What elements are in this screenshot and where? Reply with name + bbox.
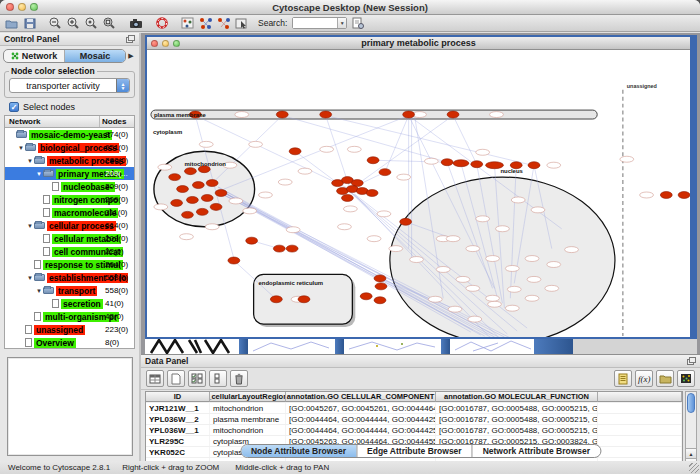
network-node-selected-color[interactable] bbox=[201, 194, 213, 201]
network-node[interactable] bbox=[205, 224, 219, 230]
scroll-up-icon[interactable]: ▲ bbox=[686, 448, 696, 458]
network-node[interactable] bbox=[545, 285, 559, 291]
network-node[interactable] bbox=[410, 257, 424, 263]
network-node-selected-color[interactable] bbox=[215, 190, 227, 197]
network-node[interactable] bbox=[446, 236, 460, 242]
tree-row[interactable]: cell communicat22(0) bbox=[5, 245, 134, 258]
tree-row[interactable]: nucleobase-209(0) bbox=[5, 180, 134, 193]
zoom-out-icon[interactable] bbox=[48, 16, 63, 30]
disclosure-icon[interactable]: ▼ bbox=[26, 158, 34, 164]
network-node-selected-color[interactable] bbox=[320, 111, 332, 118]
network-node[interactable] bbox=[235, 112, 249, 118]
tab-mosaic[interactable]: Mosaic bbox=[65, 50, 125, 62]
disclosure-icon[interactable]: ▼ bbox=[35, 171, 43, 177]
new-attribute-icon[interactable] bbox=[167, 370, 185, 387]
network-node[interactable] bbox=[347, 146, 361, 152]
save-session-button[interactable] bbox=[22, 16, 37, 30]
attribute-matrix-icon[interactable] bbox=[677, 370, 695, 387]
tree-row[interactable]: ▼establishment of lo558(0) bbox=[5, 271, 134, 284]
tree-row[interactable]: macromolecule311(0) bbox=[5, 206, 134, 219]
network-node-selected-color[interactable] bbox=[186, 196, 198, 203]
tree-row[interactable]: nitrogen compo209(0) bbox=[5, 193, 134, 206]
network-node-selected-color[interactable] bbox=[360, 293, 372, 300]
table-row[interactable]: YPL036W__1mitochondrion[GO:0044464, GO:0… bbox=[146, 425, 682, 436]
tab-network[interactable]: Network bbox=[4, 50, 65, 62]
network-node-selected-color[interactable] bbox=[379, 169, 391, 176]
float-panel-icon[interactable] bbox=[687, 357, 696, 365]
network-node-selected-color[interactable] bbox=[289, 148, 301, 155]
resize-grip[interactable] bbox=[689, 463, 699, 473]
tree-row[interactable]: ▼transport558(0) bbox=[5, 284, 134, 297]
network-node[interactable] bbox=[525, 295, 539, 301]
tree-row[interactable]: ▼biological_process651(0) bbox=[5, 141, 134, 154]
tab-node-attribute-browser[interactable]: Node Attribute Browser bbox=[241, 445, 357, 457]
network-node-selected-color[interactable] bbox=[447, 111, 459, 118]
tree-row[interactable]: ▼metabolic process280(0) bbox=[5, 154, 134, 167]
network-node-selected-color[interactable] bbox=[660, 192, 672, 199]
network-node[interactable] bbox=[490, 112, 504, 118]
zoom-fit-icon[interactable] bbox=[102, 16, 117, 30]
minimize-button[interactable] bbox=[18, 3, 26, 11]
table-row[interactable]: YJR121W__1mitochondrion[GO:0045267, GO:0… bbox=[146, 403, 682, 414]
network-node-selected-color[interactable] bbox=[366, 190, 378, 197]
network-node[interactable] bbox=[249, 141, 263, 147]
tree-row[interactable]: ▼primary metabo209(... bbox=[5, 167, 134, 180]
tree-row[interactable]: mosaic-demo-yeast874(0) bbox=[5, 128, 134, 141]
network-node[interactable] bbox=[547, 162, 561, 168]
tab-network-attribute-browser[interactable]: Network Attribute Browser bbox=[473, 445, 600, 457]
network-node[interactable] bbox=[154, 204, 168, 210]
network-node-selected-color[interactable] bbox=[298, 296, 310, 303]
network-node-selected-color[interactable] bbox=[400, 218, 412, 225]
tree-row[interactable]: multi-organism pr42(0) bbox=[5, 310, 134, 323]
network-node-selected-color[interactable] bbox=[374, 297, 386, 304]
network-node[interactable] bbox=[199, 141, 213, 147]
tree-row[interactable]: cellular metabol209(0) bbox=[5, 232, 134, 245]
network-node[interactable] bbox=[448, 306, 462, 312]
network-node[interactable] bbox=[511, 197, 525, 203]
tab-edge-attribute-browser[interactable]: Edge Attribute Browser bbox=[357, 445, 473, 457]
network-node[interactable] bbox=[531, 207, 545, 213]
tab-overflow-icon[interactable]: ▶ bbox=[126, 52, 136, 60]
disclosure-icon[interactable]: ▼ bbox=[26, 223, 34, 229]
network-node-selected-color[interactable] bbox=[192, 182, 204, 189]
tree-row[interactable]: Overview8(0) bbox=[5, 336, 134, 349]
network-node[interactable] bbox=[505, 265, 519, 271]
network-node[interactable] bbox=[278, 179, 292, 185]
network-node[interactable] bbox=[620, 156, 634, 162]
tree-row[interactable]: unassigned223(0) bbox=[5, 323, 134, 336]
network-node[interactable] bbox=[547, 262, 561, 268]
network-node[interactable] bbox=[476, 149, 490, 155]
netwin-minimize-button[interactable] bbox=[162, 40, 169, 47]
network-node-selected-color[interactable] bbox=[169, 174, 181, 181]
table-column-header[interactable]: ID bbox=[146, 392, 210, 402]
table-column-header[interactable]: _cellularLayoutRegion bbox=[210, 392, 286, 402]
network-node[interactable] bbox=[468, 316, 482, 322]
disclosure-icon[interactable]: ▼ bbox=[35, 288, 43, 294]
network-node[interactable] bbox=[436, 266, 450, 272]
table-row[interactable]: YPL036W__2plasma membrane[GO:0044464, GO… bbox=[146, 414, 682, 425]
netwin-zoom-button[interactable] bbox=[173, 40, 180, 47]
network-node[interactable] bbox=[505, 305, 519, 311]
network-node[interactable] bbox=[466, 246, 480, 252]
network-node-selected-color[interactable] bbox=[403, 111, 415, 118]
netwin-close-button[interactable] bbox=[151, 40, 158, 47]
network-view-titlebar[interactable]: primary metabolic process bbox=[147, 37, 690, 50]
zoom-in-icon[interactable] bbox=[66, 16, 81, 30]
network-node[interactable] bbox=[397, 174, 411, 180]
network-node-selected-color[interactable] bbox=[367, 157, 379, 164]
layout-icon[interactable] bbox=[180, 16, 195, 30]
network-node-selected-color[interactable] bbox=[171, 199, 183, 206]
network-node-selected-color[interactable] bbox=[270, 296, 282, 303]
close-button[interactable] bbox=[6, 3, 14, 11]
unhide-nodes-icon[interactable] bbox=[216, 16, 231, 30]
network-node[interactable] bbox=[486, 256, 500, 262]
network-node[interactable] bbox=[320, 146, 334, 152]
network-node[interactable] bbox=[428, 296, 442, 302]
network-node-selected-color[interactable] bbox=[276, 111, 288, 118]
search-input[interactable] bbox=[293, 18, 337, 28]
network-node-selected-color[interactable] bbox=[246, 237, 258, 244]
select-attributes-icon[interactable] bbox=[188, 370, 206, 387]
zoom-selected-icon[interactable] bbox=[84, 16, 99, 30]
tree-row[interactable]: secretion41(0) bbox=[5, 297, 134, 310]
tree-column-network[interactable]: Network bbox=[5, 116, 100, 127]
